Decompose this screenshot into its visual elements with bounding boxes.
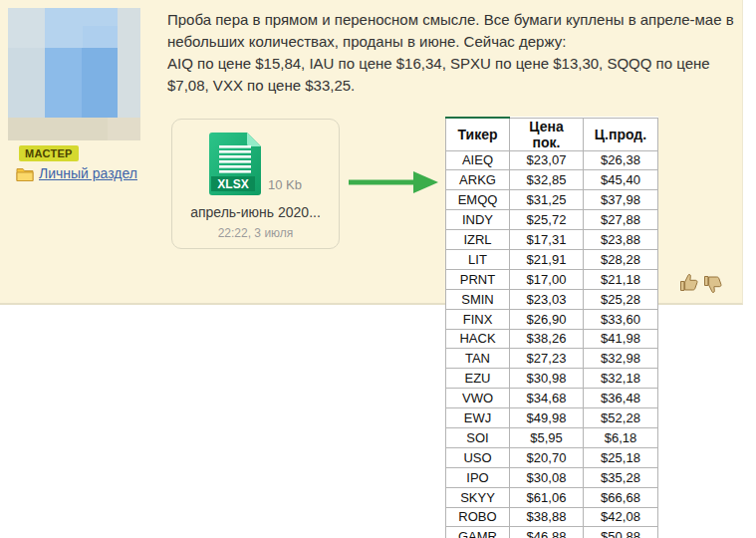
table-row: USO$20,70$25,18 [446,447,658,467]
table-cell: $6,18 [584,427,658,447]
post-paragraph-1: Проба пера в прямом и переносном смысле.… [167,9,753,53]
table-cell: VWO [446,389,510,408]
table-row: HACK$38,26$41,98 [446,329,658,349]
table-cell: $26,38 [584,150,658,170]
table-cell: $23,07 [510,150,584,170]
personal-section-link[interactable]: Личный раздел [39,165,137,181]
rank-badge: МАСТЕР [19,145,79,161]
table-cell: $66,68 [584,487,658,507]
table-row: EMQQ$31,25$37,98 [446,190,658,210]
table-cell: EMQQ [446,190,510,210]
table-cell: $28,28 [584,249,658,269]
table-row: INDY$25,72$27,88 [446,210,658,230]
table-cell: LIT [446,249,510,269]
xlsx-file-icon: XLSX [209,133,261,195]
table-cell: $20,70 [510,447,584,467]
table-cell: $30,98 [510,369,584,389]
table-cell: $45,40 [584,170,658,190]
thumbs-down-icon[interactable] [703,269,723,295]
table-row: FINX$26,90$33,60 [446,309,658,329]
table-cell: $38,26 [510,329,584,349]
table-cell: ROBO [446,507,510,527]
table-cell: SKYY [446,487,510,507]
prices-table: Тикер Цена пок. Ц.прод. AIEQ$23,07$26,38… [445,117,658,538]
table-cell: $36,48 [584,389,658,408]
table-cell: $32,85 [510,170,584,190]
table-cell: $52,28 [584,408,658,428]
xlsx-icon-label: XLSX [217,177,248,191]
attachment-filename[interactable]: апрель-июнь 2020... [190,204,321,220]
table-cell: PRNT [446,269,510,289]
attachment-icon-row: XLSX 10 Kb [209,133,302,195]
table-cell: $21,18 [584,269,658,289]
header-buy-price: Цена пок. [510,118,584,150]
table-row: EZU$30,98$32,18 [446,369,658,389]
table-cell: EWJ [446,408,510,428]
table-cell: USO [446,447,510,467]
attachment-size: 10 Kb [268,177,302,195]
post-paragraph-2: AIQ по цене $15,84, IAU по цене $16,34, … [167,53,753,97]
table-cell: HACK [446,329,510,349]
table-cell: $50,88 [584,527,658,538]
table-cell: SOI [446,427,510,447]
table-cell: $35,28 [584,467,658,487]
table-cell: IPO [446,467,510,487]
table-row: AIEQ$23,07$26,38 [446,150,658,170]
table-row: PRNT$17,00$21,18 [446,269,658,289]
table-cell: $38,88 [510,507,584,527]
table-cell: $31,25 [510,190,584,210]
table-cell: $42,08 [584,507,658,527]
green-arrow [348,169,439,199]
table-row: ROBO$38,88$42,08 [446,507,658,527]
table-cell: ARKG [446,170,510,190]
table-header-row: Тикер Цена пок. Ц.прод. [446,118,658,150]
table-row: TAN$27,23$32,98 [446,349,658,369]
thumbs-up-icon[interactable] [679,269,699,295]
table-cell: $23,03 [510,289,584,309]
table-cell: $23,88 [584,230,658,250]
table-cell: $37,98 [584,190,658,210]
table-cell: $25,72 [510,210,584,230]
header-ticker: Тикер [446,118,510,150]
attachment-timestamp: 22:22, 3 июля [218,226,294,240]
forum-post-screen: МАСТЕР Личный раздел Проба пера в прямом… [0,0,756,538]
table-cell: FINX [446,309,510,329]
table-cell: TAN [446,349,510,369]
table-cell: GAMR [446,527,510,538]
table-cell: $26,90 [510,309,584,329]
table-cell: $5,95 [510,427,584,447]
table-cell: $21,91 [510,249,584,269]
post-text: Проба пера в прямом и переносном смысле.… [167,9,753,97]
attachment-card[interactable]: XLSX 10 Kb апрель-июнь 2020... 22:22, 3 … [171,119,340,249]
table-row: EWJ$49,98$52,28 [446,408,658,428]
table-cell: SMIN [446,289,510,309]
table-cell: $27,23 [510,349,584,369]
header-sell-price: Ц.прод. [584,118,658,150]
table-cell: $25,28 [584,289,658,309]
table-cell: EZU [446,369,510,389]
table-cell: $32,18 [584,369,658,389]
table-cell: $41,98 [584,329,658,349]
table-cell: AIEQ [446,150,510,170]
table-cell: $34,68 [510,389,584,408]
table-cell: $46,88 [510,527,584,538]
table-row: GAMR$46,88$50,88 [446,527,658,538]
table-row: VWO$34,68$36,48 [446,389,658,408]
table-cell: INDY [446,210,510,230]
vote-buttons [679,269,723,295]
table-cell: $27,88 [584,210,658,230]
table-row: SKYY$61,06$66,68 [446,487,658,507]
table-row: SOI$5,95$6,18 [446,427,658,447]
table-cell: $17,00 [510,269,584,289]
table-row: SMIN$23,03$25,28 [446,289,658,309]
table-cell: $32,98 [584,349,658,369]
user-avatar[interactable] [8,8,140,140]
table-cell: $17,31 [510,230,584,250]
table-row: IZRL$17,31$23,88 [446,230,658,250]
table-row: IPO$30,08$35,28 [446,467,658,487]
table-cell: $61,06 [510,487,584,507]
table-cell: $30,08 [510,467,584,487]
table-cell: IZRL [446,230,510,250]
table-row: ARKG$32,85$45,40 [446,170,658,190]
table-cell: $49,98 [510,408,584,428]
